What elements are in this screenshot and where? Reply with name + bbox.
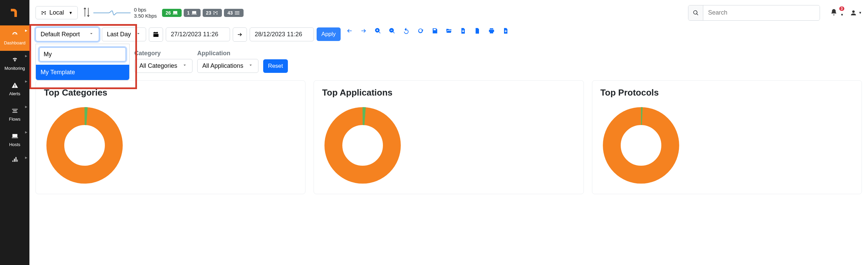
chevron-down-icon (182, 62, 187, 69)
nav-next-button[interactable] (360, 27, 367, 34)
undo-button[interactable] (403, 27, 410, 34)
warning-icon (11, 82, 19, 89)
traffic-sparkline: 0 bps 3.50 Kbps (83, 6, 157, 19)
badge-hosts[interactable]: 1 (184, 9, 201, 17)
card-title: Top Protocols (600, 87, 853, 98)
save-icon (431, 27, 438, 34)
category-select[interactable]: All Categories (134, 59, 192, 73)
svg-point-0 (55, 116, 114, 175)
bell-icon (830, 8, 838, 16)
filters-row: Default Report My Template Last Day 27/1… (36, 25, 862, 46)
card-title: Top Categories (44, 87, 297, 98)
apply-button[interactable]: Apply (317, 27, 341, 41)
caret-down-icon: ▼ (859, 11, 862, 15)
chevron-down-icon (89, 31, 94, 38)
save-button[interactable] (431, 27, 438, 34)
arrow-right-icon (360, 27, 367, 34)
sidebar: ▶ Dashboard ▶ Monitoring ▶ Alerts ▶ Flow… (0, 0, 29, 194)
badge-devices[interactable]: 26 (162, 9, 182, 17)
application-label: Application (197, 50, 258, 57)
bps-up: 0 bps (134, 7, 157, 13)
zoom-out-button[interactable] (389, 27, 395, 34)
interface-label: Local (49, 9, 64, 16)
sidebar-item-more[interactable]: ▶ (0, 152, 29, 166)
card-top-categories: Top Categories (36, 80, 305, 194)
chevron-right-icon: ▶ (25, 54, 27, 58)
application-value: All Applications (202, 62, 243, 69)
chevron-right-icon: ▶ (25, 80, 27, 83)
date-from-input[interactable]: 27/12/2023 11:26 (166, 27, 230, 41)
nav-prev-button[interactable] (346, 27, 353, 34)
chevron-right-icon: ▶ (25, 105, 27, 108)
zoom-in-button[interactable] (374, 27, 381, 34)
sidebar-item-dashboard[interactable]: ▶ Dashboard (0, 25, 29, 51)
report-dropdown-panel: My Template (36, 44, 130, 80)
bars-icon (11, 156, 19, 163)
chevron-right-icon: ▶ (25, 29, 27, 32)
user-menu[interactable]: ▼ (850, 9, 862, 17)
sidebar-item-label: Monitoring (4, 66, 25, 71)
notification-count: 3 (839, 6, 845, 11)
date-to-input[interactable]: 28/12/2023 11:26 (250, 27, 314, 41)
logo[interactable] (0, 0, 29, 25)
card-title: Top Applications (322, 87, 575, 98)
print-icon (488, 27, 495, 34)
application-select[interactable]: All Applications (197, 59, 258, 73)
folder-open-icon (446, 27, 452, 34)
report-select[interactable]: Default Report (36, 27, 99, 41)
sidebar-item-hosts[interactable]: ▶ Hosts (0, 127, 29, 152)
sidebar-item-label: Hosts (9, 142, 20, 147)
reset-button[interactable]: Reset (263, 59, 288, 73)
report-label: Default Report (41, 31, 80, 38)
sidebar-item-flows[interactable]: ▶ Flows (0, 102, 29, 127)
add-button[interactable] (502, 27, 509, 34)
search-input[interactable] (703, 6, 820, 20)
search-icon (693, 10, 699, 16)
open-folder-button[interactable] (446, 27, 452, 34)
print-button[interactable] (488, 27, 495, 34)
signal-icon (11, 56, 19, 64)
sidebar-item-alerts[interactable]: ▶ Alerts (0, 76, 29, 102)
file-export-icon (474, 27, 481, 34)
calendar-icon (153, 31, 159, 38)
notifications-button[interactable]: 3 ▼ (830, 8, 844, 17)
sidebar-item-monitoring[interactable]: ▶ Monitoring (0, 51, 29, 76)
badge-flows[interactable]: 43 (224, 9, 244, 17)
search-button[interactable] (688, 5, 703, 20)
toolbar-icons (346, 27, 509, 34)
time-range-label: Last Day (107, 31, 131, 38)
topbar: Local ▼ 0 bps 3.50 Kbps 26 1 23 43 (36, 0, 862, 25)
badge-servers[interactable]: 23 (203, 9, 222, 17)
sidebar-item-label: Dashboard (4, 40, 26, 45)
filters-row-2: Category All Categories Application All … (134, 50, 862, 73)
export-button[interactable] (474, 27, 481, 34)
server-icon (212, 10, 219, 16)
laptop-icon (11, 132, 19, 140)
zoom-in-icon (374, 27, 381, 34)
report-dropdown-item[interactable]: My Template (36, 65, 129, 80)
sparkline-chart (93, 6, 131, 19)
zoom-out-icon (389, 27, 395, 34)
arrow-right-icon (237, 32, 243, 38)
chevron-down-icon (248, 62, 253, 69)
interface-select[interactable]: Local ▼ (36, 6, 78, 19)
bps-down: 3.50 Kbps (134, 13, 157, 19)
chevron-right-icon: ▶ (25, 156, 27, 159)
donut-chart (44, 105, 125, 186)
caret-down-icon: ▼ (69, 11, 73, 15)
laptop-icon (191, 10, 197, 16)
sidebar-item-label: Flows (9, 117, 21, 122)
report-dropdown-search[interactable] (39, 47, 126, 61)
file-plus-icon (502, 27, 509, 34)
updown-icon (83, 7, 90, 19)
download-button[interactable] (460, 27, 466, 34)
network-icon (41, 10, 47, 16)
arrow-left-icon (346, 27, 353, 34)
chevron-right-icon: ▶ (25, 130, 27, 134)
time-range-select[interactable]: Last Day (102, 27, 146, 41)
file-download-icon (460, 27, 466, 34)
searchbox (688, 5, 820, 21)
calendar-button[interactable] (149, 27, 163, 42)
donut-chart (600, 105, 682, 186)
refresh-button[interactable] (417, 27, 424, 34)
